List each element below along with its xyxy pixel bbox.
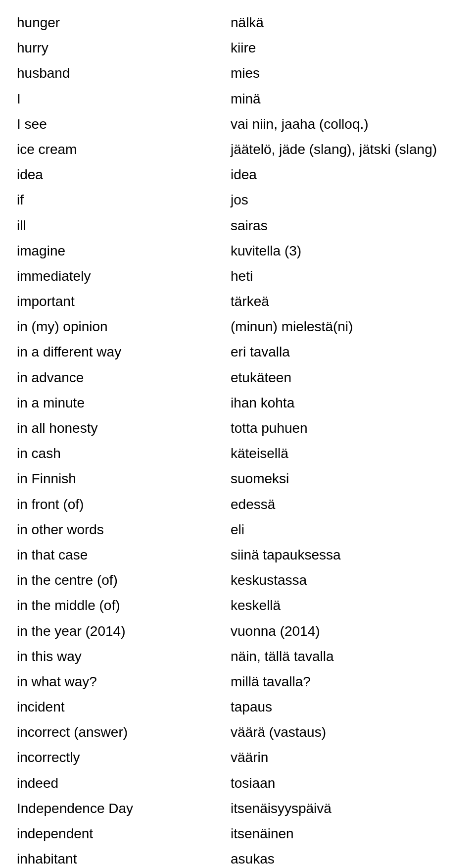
finnish-translation: edessä [229, 492, 460, 517]
table-row: independentitsenäinen [15, 821, 460, 846]
table-row: in Finnishsuomeksi [15, 466, 460, 491]
english-term: husband [15, 60, 229, 86]
english-term: in the year (2014) [15, 618, 229, 644]
finnish-translation: idea [229, 162, 460, 187]
english-term: incident [15, 694, 229, 719]
english-term: in that case [15, 542, 229, 567]
finnish-translation: tosiaan [229, 770, 460, 796]
finnish-translation: vai niin, jaaha (colloq.) [229, 111, 460, 137]
table-row: in a minuteihan kohta [15, 390, 460, 415]
finnish-translation: näin, tällä tavalla [229, 644, 460, 669]
english-term: hurry [15, 35, 229, 60]
finnish-translation: itsenäisyyspäivä [229, 796, 460, 821]
finnish-translation: eri tavalla [229, 339, 460, 364]
finnish-translation: etukäteen [229, 365, 460, 390]
english-term: in (my) opinion [15, 314, 229, 339]
english-term: in front (of) [15, 492, 229, 517]
finnish-translation: kiire [229, 35, 460, 60]
finnish-translation: siinä tapauksessa [229, 542, 460, 567]
table-row: in all honestytotta puhuen [15, 415, 460, 441]
english-term: in advance [15, 365, 229, 390]
table-row: in the centre (of)keskustassa [15, 567, 460, 593]
english-term: in the middle (of) [15, 593, 229, 618]
table-row: in a different wayeri tavalla [15, 339, 460, 364]
finnish-translation: käteisellä [229, 441, 460, 466]
finnish-translation: millä tavalla? [229, 669, 460, 694]
table-row: husbandmies [15, 60, 460, 86]
finnish-translation: väärä (vastaus) [229, 719, 460, 745]
english-term: incorrect (answer) [15, 719, 229, 745]
english-term: incorrectly [15, 745, 229, 770]
english-term: I see [15, 111, 229, 137]
table-row: ice creamjäätelö, jäde (slang), jätski (… [15, 137, 460, 162]
english-term: in a minute [15, 390, 229, 415]
finnish-translation: eli [229, 517, 460, 542]
table-row: in advanceetukäteen [15, 365, 460, 390]
finnish-translation: tärkeä [229, 289, 460, 314]
table-row: immediatelyheti [15, 263, 460, 289]
finnish-translation: kuvitella (3) [229, 238, 460, 263]
finnish-translation: suomeksi [229, 466, 460, 491]
table-row: in what way?millä tavalla? [15, 669, 460, 694]
table-row: hungernälkä [15, 10, 460, 35]
english-term: imagine [15, 238, 229, 263]
english-term: hunger [15, 10, 229, 35]
table-row: in that casesiinä tapauksessa [15, 542, 460, 567]
english-term: Independence Day [15, 796, 229, 821]
table-row: imaginekuvitella (3) [15, 238, 460, 263]
table-row: incorrect (answer)väärä (vastaus) [15, 719, 460, 745]
english-term: I [15, 86, 229, 111]
table-row: in the year (2014)vuonna (2014) [15, 618, 460, 644]
english-term: indeed [15, 770, 229, 796]
dictionary-table: hungernälkähurrykiirehusbandmiesIminäI s… [15, 10, 460, 868]
finnish-translation: itsenäinen [229, 821, 460, 846]
table-row: importanttärkeä [15, 289, 460, 314]
table-row: in cashkäteisellä [15, 441, 460, 466]
english-term: in this way [15, 644, 229, 669]
english-term: in Finnish [15, 466, 229, 491]
table-row: in the middle (of)keskellä [15, 593, 460, 618]
english-term: immediately [15, 263, 229, 289]
finnish-translation: mies [229, 60, 460, 86]
table-row: illsairas [15, 213, 460, 238]
finnish-translation: keskellä [229, 593, 460, 618]
english-term: idea [15, 162, 229, 187]
finnish-translation: sairas [229, 213, 460, 238]
finnish-translation: (minun) mielestä(ni) [229, 314, 460, 339]
finnish-translation: minä [229, 86, 460, 111]
english-term: in the centre (of) [15, 567, 229, 593]
finnish-translation: keskustassa [229, 567, 460, 593]
english-term: if [15, 187, 229, 212]
table-row: in other wordseli [15, 517, 460, 542]
finnish-translation: heti [229, 263, 460, 289]
english-term: inhabitant [15, 846, 229, 868]
finnish-translation: tapaus [229, 694, 460, 719]
finnish-translation: jäätelö, jäde (slang), jätski (slang) [229, 137, 460, 162]
english-term: independent [15, 821, 229, 846]
finnish-translation: jos [229, 187, 460, 212]
table-row: incidenttapaus [15, 694, 460, 719]
finnish-translation: ihan kohta [229, 390, 460, 415]
english-term: ice cream [15, 137, 229, 162]
table-row: ifjos [15, 187, 460, 212]
english-term: in all honesty [15, 415, 229, 441]
finnish-translation: nälkä [229, 10, 460, 35]
table-row: I seevai niin, jaaha (colloq.) [15, 111, 460, 137]
english-term: in what way? [15, 669, 229, 694]
english-term: in other words [15, 517, 229, 542]
finnish-translation: vuonna (2014) [229, 618, 460, 644]
english-term: in a different way [15, 339, 229, 364]
finnish-translation: asukas [229, 846, 460, 868]
finnish-translation: totta puhuen [229, 415, 460, 441]
finnish-translation: väärin [229, 745, 460, 770]
english-term: important [15, 289, 229, 314]
table-row: in (my) opinion(minun) mielestä(ni) [15, 314, 460, 339]
table-row: hurrykiire [15, 35, 460, 60]
table-row: incorrectlyväärin [15, 745, 460, 770]
table-row: in front (of)edessä [15, 492, 460, 517]
english-term: in cash [15, 441, 229, 466]
table-row: indeedtosiaan [15, 770, 460, 796]
table-row: ideaidea [15, 162, 460, 187]
table-row: inhabitantasukas [15, 846, 460, 868]
table-row: Independence Dayitsenäisyyspäivä [15, 796, 460, 821]
